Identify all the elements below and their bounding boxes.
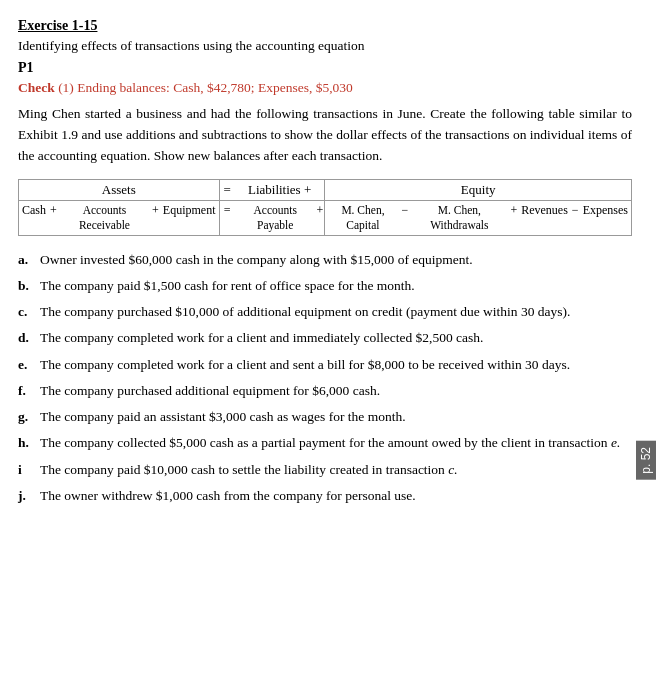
- list-item: c.The company purchased $10,000 of addit…: [18, 302, 632, 322]
- trans-text: The owner withdrew $1,000 cash from the …: [40, 486, 632, 506]
- trans-text: The company paid an assistant $3,000 cas…: [40, 407, 632, 427]
- list-item: j.The owner withdrew $1,000 cash from th…: [18, 486, 632, 506]
- check-line: Check (1) Ending balances: Cash, $42,780…: [18, 80, 632, 96]
- trans-label: i: [18, 460, 40, 480]
- list-item: e.The company completed work for a clien…: [18, 355, 632, 375]
- p1-label: P1: [18, 60, 632, 76]
- exercise-title: Exercise 1-15: [18, 18, 632, 34]
- list-item: h.The company collected $5,000 cash as a…: [18, 433, 632, 453]
- accounts-payable-col: Accounts Payable: [235, 200, 316, 235]
- plus-col-1: +: [49, 200, 58, 235]
- page-number-tab: p. 52: [636, 441, 656, 480]
- minus-col-2: −: [571, 200, 580, 235]
- equals-col: =: [219, 200, 235, 235]
- expenses-col: Expenses: [580, 200, 632, 235]
- trans-label: d.: [18, 328, 40, 348]
- trans-text: The company collected $5,000 cash as a p…: [40, 433, 632, 453]
- check-bold-label: Check: [18, 80, 55, 95]
- trans-text: The company completed work for a client …: [40, 355, 632, 375]
- equals-sign: =: [224, 182, 231, 197]
- cash-col: Cash: [19, 200, 50, 235]
- trans-label: e.: [18, 355, 40, 375]
- plus-sign-1: +: [304, 182, 311, 197]
- trans-text: The company purchased additional equipme…: [40, 381, 632, 401]
- list-item: b.The company paid $1,500 cash for rent …: [18, 276, 632, 296]
- m-chen-capital-col: M. Chen, Capital: [325, 200, 401, 235]
- equity-header: Equity: [461, 182, 496, 197]
- trans-text: The company purchased $10,000 of additio…: [40, 302, 632, 322]
- subtitle: Identifying effects of transactions usin…: [18, 38, 632, 54]
- minus-col-1: −: [401, 200, 410, 235]
- trans-label: a.: [18, 250, 40, 270]
- trans-label: f.: [18, 381, 40, 401]
- liabilities-header: Liabilities: [248, 182, 301, 197]
- assets-header: Assets: [102, 182, 136, 197]
- description: Ming Chen started a business and had the…: [18, 104, 632, 167]
- trans-label: c.: [18, 302, 40, 322]
- list-item: d.The company completed work for a clien…: [18, 328, 632, 348]
- equipment-col: Equipment: [160, 200, 219, 235]
- check-text: (1) Ending balances: Cash, $42,780; Expe…: [58, 80, 353, 95]
- equation-table: Assets = Liabilities + Equity Cash + Acc…: [18, 179, 632, 236]
- accounts-receivable-col: Accounts Receivable: [58, 200, 151, 235]
- transactions-list: a.Owner invested $60,000 cash in the com…: [18, 250, 632, 507]
- m-chen-withdrawals-col: M. Chen, Withdrawals: [409, 200, 509, 235]
- trans-label: j.: [18, 486, 40, 506]
- list-item: f.The company purchased additional equip…: [18, 381, 632, 401]
- plus-col-2: +: [151, 200, 160, 235]
- trans-label: h.: [18, 433, 40, 453]
- list-item: g.The company paid an assistant $3,000 c…: [18, 407, 632, 427]
- list-item: iThe company paid $10,000 cash to settle…: [18, 460, 632, 480]
- list-item: a.Owner invested $60,000 cash in the com…: [18, 250, 632, 270]
- trans-text: The company paid $10,000 cash to settle …: [40, 460, 632, 480]
- plus-col-4: +: [509, 200, 518, 235]
- plus-col-3: +: [316, 200, 325, 235]
- trans-label: b.: [18, 276, 40, 296]
- trans-label: g.: [18, 407, 40, 427]
- trans-text: Owner invested $60,000 cash in the compa…: [40, 250, 632, 270]
- revenues-col: Revenues: [518, 200, 571, 235]
- trans-text: The company completed work for a client …: [40, 328, 632, 348]
- trans-text: The company paid $1,500 cash for rent of…: [40, 276, 632, 296]
